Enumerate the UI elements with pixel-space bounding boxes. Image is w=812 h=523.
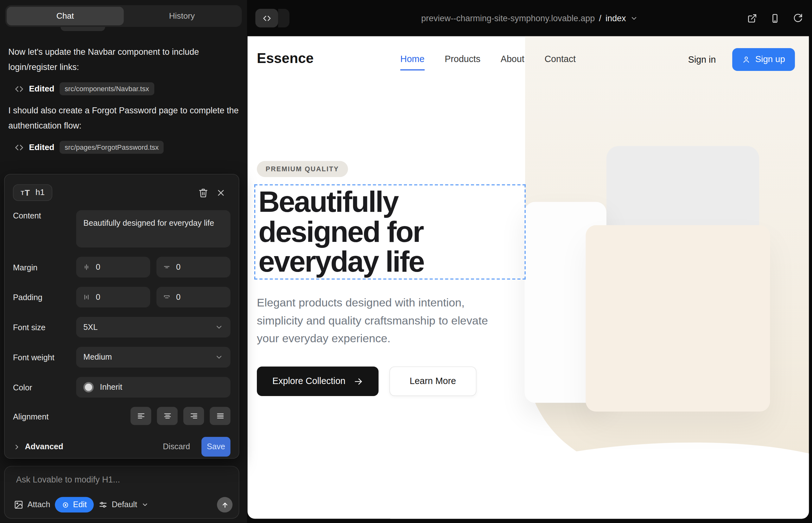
nav-link-about[interactable]: About — [501, 54, 525, 65]
padding-label: Padding — [13, 292, 76, 302]
url-page: index — [605, 13, 626, 23]
site-navbar: Essence Home Products About Contact Sign… — [248, 36, 809, 84]
padding-horizontal-input[interactable]: 0 — [156, 287, 231, 307]
discard-button[interactable]: Discard — [163, 442, 190, 451]
chevron-down-icon — [215, 323, 223, 331]
preview-pane: preview--charming-site-symphony.lovable.… — [247, 0, 812, 523]
chevron-right-icon — [13, 443, 21, 451]
hero-paragraph: Elegant products designed with intention… — [257, 294, 512, 348]
decor-card-cream — [586, 225, 770, 412]
code-icon — [15, 84, 24, 93]
chat-composer: Attach Edit Default — [4, 466, 239, 519]
code-view-toggle[interactable] — [255, 9, 289, 28]
nav-link-home[interactable]: Home — [400, 54, 424, 65]
tab-history[interactable]: History — [124, 7, 240, 25]
alignment-label: Alignment — [13, 411, 76, 421]
padding-vertical-input[interactable]: 0 — [76, 287, 150, 307]
premium-quality-badge: PREMIUM QUALITY — [257, 161, 348, 177]
attach-button[interactable]: Attach — [14, 500, 50, 509]
open-external-icon[interactable] — [747, 13, 757, 23]
user-icon — [742, 55, 751, 64]
app-window: Chat History Now let's update the Navbar… — [0, 0, 812, 523]
learn-more-button[interactable]: Learn More — [390, 366, 476, 396]
sliders-icon — [98, 500, 107, 509]
chevron-down-icon — [215, 353, 223, 361]
site-logo[interactable]: Essence — [257, 51, 314, 67]
advanced-toggle[interactable]: Advanced — [13, 442, 63, 451]
target-icon — [62, 501, 70, 509]
margin-horizontal-icon — [162, 263, 171, 271]
device-preview-icon[interactable] — [770, 13, 780, 23]
selected-element-pill: TT h1 — [13, 184, 53, 201]
url-breadcrumb[interactable]: preview--charming-site-symphony.lovable.… — [421, 13, 638, 23]
margin-vertical-icon — [82, 263, 91, 271]
margin-horizontal-input[interactable]: 0 — [156, 257, 231, 277]
font-weight-select[interactable]: Medium — [76, 347, 230, 367]
refresh-icon[interactable] — [793, 13, 802, 23]
nav-link-contact[interactable]: Contact — [544, 54, 576, 65]
file-badge[interactable]: src/pages/ForgotPassword.tsx — [59, 141, 164, 154]
align-justify-button[interactable] — [210, 407, 230, 425]
align-left-button[interactable] — [130, 407, 151, 425]
assistant-message: I should also create a Forgot Password p… — [0, 103, 247, 133]
edit-mode-button[interactable]: Edit — [55, 497, 93, 512]
color-label: Color — [13, 382, 76, 393]
element-editor-panel: TT h1 Content Beautifully designed for e… — [4, 174, 239, 458]
nav-link-products[interactable]: Products — [445, 54, 480, 65]
element-tag: h1 — [35, 188, 45, 197]
edited-file-row: Edited src/components/Navbar.tsx — [15, 82, 239, 95]
selected-element-outline[interactable]: Beautifully designed for everyday life — [254, 184, 526, 279]
font-size-label: Font size — [13, 322, 76, 332]
chevron-down-icon — [141, 501, 148, 508]
edited-label: Edited — [29, 142, 54, 152]
code-icon — [255, 9, 278, 28]
code-icon — [15, 142, 24, 152]
color-swatch — [83, 382, 94, 393]
send-button[interactable] — [217, 497, 232, 512]
preview-toolbar: preview--charming-site-symphony.lovable.… — [247, 0, 812, 36]
sidebar-tabs: Chat History — [5, 5, 242, 27]
delete-element-button[interactable] — [194, 184, 212, 201]
content-label: Content — [13, 210, 76, 221]
align-right-button[interactable] — [183, 407, 204, 425]
url-host: preview--charming-site-symphony.lovable.… — [421, 13, 595, 23]
content-textarea[interactable]: Beautifully designed for everyday life — [76, 210, 230, 248]
text-size-icon: TT — [21, 188, 30, 197]
padding-vertical-icon — [82, 293, 91, 301]
padding-horizontal-icon — [162, 293, 171, 301]
margin-label: Margin — [13, 262, 76, 272]
site-viewport: Essence Home Products About Contact Sign… — [248, 36, 809, 519]
sign-up-button[interactable]: Sign up — [732, 48, 795, 71]
attach-icon — [14, 500, 23, 509]
url-separator: / — [599, 13, 601, 23]
edited-label: Edited — [29, 84, 54, 93]
tab-chat[interactable]: Chat — [7, 7, 124, 25]
chat-sidebar: Chat History Now let's update the Navbar… — [0, 0, 247, 523]
margin-vertical-input[interactable]: 0 — [76, 257, 150, 277]
mode-select[interactable]: Default — [98, 500, 148, 509]
sign-in-link[interactable]: Sign in — [688, 54, 716, 65]
color-select[interactable]: Inherit — [76, 377, 230, 397]
explore-collection-button[interactable]: Explore Collection — [257, 366, 378, 396]
edited-file-row: Edited src/pages/ForgotPassword.tsx — [15, 141, 239, 154]
close-panel-button[interactable] — [212, 184, 230, 201]
hero-heading[interactable]: Beautifully designed for everyday life — [255, 185, 525, 277]
align-center-button[interactable] — [157, 407, 177, 425]
file-badge[interactable]: src/components/Navbar.tsx — [59, 82, 154, 95]
font-weight-label: Font weight — [13, 352, 76, 362]
assistant-message: Now let's update the Navbar component to… — [0, 44, 247, 75]
font-size-select[interactable]: 5XL — [76, 317, 230, 338]
arrow-right-icon — [354, 377, 363, 386]
chat-input[interactable] — [16, 474, 227, 484]
chevron-down-icon — [630, 14, 638, 22]
save-button[interactable]: Save — [201, 437, 231, 456]
